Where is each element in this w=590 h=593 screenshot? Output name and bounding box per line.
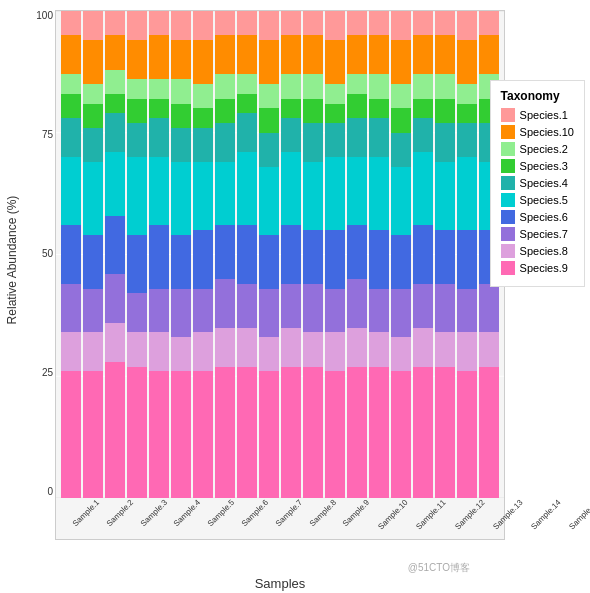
bar-segment <box>105 113 125 152</box>
bar-group <box>105 11 125 498</box>
bar-segment <box>127 293 147 332</box>
bar-segment <box>369 35 389 74</box>
legend-color-box <box>501 142 515 156</box>
bar-segment <box>303 162 323 230</box>
bar-group <box>215 11 235 498</box>
bar-segment <box>303 123 323 162</box>
bar-segment <box>303 74 323 98</box>
bar-segment <box>149 157 169 225</box>
bar-segment <box>347 367 367 498</box>
bar-segment <box>457 123 477 157</box>
bar-segment <box>215 279 235 328</box>
bar-segment <box>127 367 147 498</box>
bar-segment <box>83 162 103 235</box>
bar-group <box>281 11 301 498</box>
legend-label: Species.6 <box>520 211 568 223</box>
bar-segment <box>391 371 411 498</box>
bar-segment <box>171 11 191 40</box>
legend-color-box <box>501 261 515 275</box>
bar-segment <box>281 152 301 225</box>
watermark: @51CTO博客 <box>408 561 470 575</box>
bar-segment <box>171 128 191 162</box>
bar-segment <box>325 84 345 103</box>
bar-segment <box>237 225 257 283</box>
bar-segment <box>259 40 279 84</box>
chart-area: Sample.1Sample.2Sample.3Sample.4Sample.5… <box>55 10 505 540</box>
bar-segment <box>457 371 477 498</box>
legend-item: Species.4 <box>501 176 574 190</box>
bar-segment <box>83 235 103 289</box>
bar-segment <box>391 337 411 371</box>
bar-segment <box>435 11 455 35</box>
bar-segment <box>391 84 411 108</box>
legend-label: Species.3 <box>520 160 568 172</box>
bar-segment <box>347 74 367 93</box>
bar-segment <box>61 11 81 35</box>
bar-segment <box>127 40 147 79</box>
bar-group <box>457 11 477 498</box>
bar-segment <box>149 118 169 157</box>
bar-segment <box>325 230 345 288</box>
bar-segment <box>347 35 367 74</box>
bar-segment <box>237 74 257 93</box>
bar-segment <box>61 35 81 74</box>
bar-segment <box>237 152 257 225</box>
bar-segment <box>413 367 433 498</box>
bar-segment <box>369 230 389 288</box>
legend-label: Species.7 <box>520 228 568 240</box>
bar-segment <box>281 99 301 118</box>
bar-segment <box>171 289 191 338</box>
bar-segment <box>435 123 455 162</box>
bar-segment <box>391 11 411 40</box>
legend-color-box <box>501 193 515 207</box>
y-tick-100: 100 <box>35 10 53 21</box>
bar-segment <box>281 328 301 367</box>
bar-segment <box>413 99 433 118</box>
bar-segment <box>435 99 455 123</box>
bar-segment <box>391 133 411 167</box>
bar-segment <box>325 332 345 371</box>
bar-segment <box>193 40 213 84</box>
bar-segment <box>105 362 125 498</box>
bar-segment <box>281 284 301 328</box>
bar-segment <box>105 94 125 113</box>
bar-segment <box>193 371 213 498</box>
bar-segment <box>281 118 301 152</box>
bar-segment <box>369 332 389 366</box>
bar-segment <box>61 118 81 157</box>
bar-segment <box>259 11 279 40</box>
bar-segment <box>435 74 455 98</box>
bar-segment <box>325 289 345 333</box>
x-axis-label: Samples <box>55 576 505 591</box>
bar-group <box>171 11 191 498</box>
legend-item: Species.9 <box>501 261 574 275</box>
bar-segment <box>105 152 125 215</box>
bar-segment <box>127 235 147 293</box>
bar-segment <box>61 157 81 225</box>
bar-segment <box>237 284 257 328</box>
bar-segment <box>259 84 279 108</box>
bar-segment <box>369 74 389 98</box>
bar-segment <box>215 99 235 123</box>
legend-label: Species.8 <box>520 245 568 257</box>
legend-color-box <box>501 210 515 224</box>
legend-label: Species.10 <box>520 126 574 138</box>
bar-segment <box>369 11 389 35</box>
bar-segment <box>237 94 257 113</box>
bar-segment <box>457 157 477 230</box>
bar-segment <box>127 79 147 98</box>
bar-group <box>303 11 323 498</box>
bar-segment <box>479 11 499 35</box>
bar-segment <box>479 284 499 333</box>
bar-segment <box>83 332 103 371</box>
legend-color-box <box>501 176 515 190</box>
bar-group <box>435 11 455 498</box>
legend-title: Taxonomy <box>501 89 574 103</box>
bar-segment <box>303 11 323 35</box>
bar-segment <box>325 11 345 40</box>
bar-segment <box>193 162 213 230</box>
bar-segment <box>215 11 235 35</box>
bar-segment <box>149 332 169 371</box>
bar-segment <box>435 162 455 230</box>
bar-segment <box>325 104 345 123</box>
